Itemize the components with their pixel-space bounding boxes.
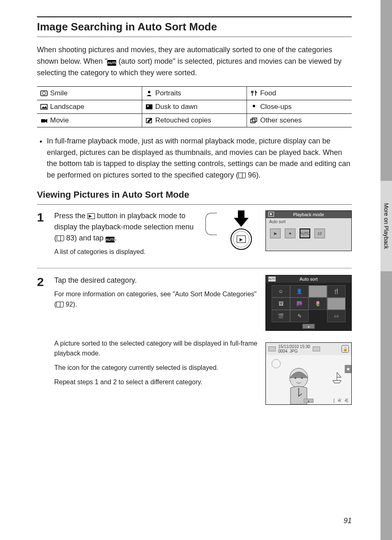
closeups-icon: [250, 104, 258, 110]
svg-rect-4: [146, 104, 152, 109]
auto-sort-icon: AUTO: [107, 60, 116, 66]
mode-autosort-icon[interactable]: AUTO: [300, 228, 310, 238]
step2-title: Tap the desired category.: [54, 275, 258, 286]
category-label: Retouched copies: [155, 116, 211, 124]
boat-illustration: [331, 372, 343, 384]
grid-smile-icon[interactable]: ☺: [272, 285, 290, 298]
rule-under-heading: [37, 37, 352, 37]
screen2-title: Auto sort: [300, 277, 318, 282]
page-ref-number: 83: [66, 234, 74, 242]
grid-other-icon[interactable]: ▭: [327, 310, 346, 322]
landscape-icon: [40, 104, 48, 110]
step-2: 2 Tap the desired category. For more inf…: [37, 275, 352, 405]
screen-subtitle: Auto sort: [266, 218, 351, 225]
grid-landscape-icon[interactable]: 🖼: [272, 298, 290, 310]
photo-counter: [ 4/ 4]: [334, 398, 348, 403]
dusk-icon: [145, 104, 153, 110]
playback-mode-screen: ▶ Playback mode Auto sort ▶ ★ AUTO 12: [265, 210, 352, 251]
step2-desc: For more information on categories, see …: [54, 289, 258, 310]
grid-food-icon[interactable]: 🍴: [327, 285, 346, 298]
step2-p2: The icon for the category currently sele…: [54, 363, 258, 373]
screen-titlebar: ▶ Playback mode: [266, 211, 351, 218]
photo-preview: ★ ▴: [266, 355, 351, 404]
mode-date-icon[interactable]: 12: [314, 228, 325, 238]
page-ref-icon: [57, 235, 64, 241]
photo-filename: 0004. JPG: [278, 349, 310, 353]
category-table: Smile Portraits Food Landscape Dusk to d…: [37, 86, 352, 127]
svg-rect-3: [41, 104, 47, 109]
category-label: Movie: [50, 116, 69, 124]
svg-rect-6: [41, 119, 45, 122]
grid-retouch-icon[interactable]: ✎: [290, 310, 309, 322]
expand-tab-icon[interactable]: ▴: [302, 324, 315, 329]
page-number: 91: [344, 517, 352, 525]
grid-movie-icon[interactable]: 🎬: [272, 310, 290, 322]
page-ref-number: 92: [66, 301, 73, 308]
screen-title: Playback mode: [293, 212, 324, 217]
svg-point-1: [42, 92, 46, 95]
fullframe-playback-screen: 15/11/2010 15:30 0004. JPG 🔒 ★: [265, 342, 352, 405]
category-label: Dusk to dawn: [155, 103, 198, 111]
grid-closeup-icon[interactable]: 🌷: [309, 298, 327, 310]
category-label: Landscape: [50, 103, 84, 111]
mode-icon-row: ▶ ★ AUTO 12: [266, 225, 351, 251]
screen2-titlebar: AUTO Auto sort: [266, 275, 351, 283]
category-label: Food: [260, 89, 276, 97]
food-icon: [250, 90, 258, 97]
favorite-star-icon[interactable]: ★: [345, 365, 351, 373]
bullet-list: In full-frame playback mode, just as wit…: [37, 136, 352, 182]
mode-play-icon[interactable]: ▶: [270, 228, 281, 238]
chapter-tab: More on Playback: [380, 181, 392, 271]
grid-portrait-icon[interactable]: 👤: [290, 285, 309, 298]
other-icon: [250, 117, 258, 124]
page-ref-icon: [56, 302, 64, 307]
svg-point-11: [295, 377, 296, 379]
category-label: Other scenes: [260, 116, 302, 124]
pointer-curve: [205, 213, 217, 235]
step2-p3: Repeat steps 1 and 2 to select a differe…: [54, 377, 258, 388]
step-number: 1: [37, 210, 48, 261]
svg-rect-8: [251, 119, 255, 123]
sun-illustration: [272, 359, 281, 368]
step1-title: Press the button in playback mode to dis…: [54, 210, 198, 244]
portraits-icon: [145, 90, 153, 97]
autosort-grid-screen: AUTO Auto sort ☺ 👤 🍴 🖼 🌆 🌷: [265, 275, 352, 331]
svg-point-5: [147, 105, 149, 107]
manual-page: Image Searching in Auto Sort Mode When s…: [0, 0, 380, 540]
button-press-diagram: ▶: [223, 210, 260, 250]
retouched-icon: [145, 117, 153, 124]
category-label: Close-ups: [260, 103, 292, 111]
svg-point-2: [148, 91, 150, 93]
auto-chip-icon: AUTO: [268, 277, 276, 282]
grid-dusk-icon[interactable]: 🌆: [290, 298, 309, 310]
playback-button-icon: [88, 213, 95, 219]
subsection-heading: Viewing Pictures in Auto Sort Mode: [37, 189, 352, 200]
grid-empty: [309, 310, 327, 322]
step-1: 1 Press the button in playback mode to d…: [37, 210, 352, 261]
mode-favorite-icon[interactable]: ★: [285, 228, 295, 238]
category-grid: ☺ 👤 🍴 🖼 🌆 🌷 🎬 ✎ ▭: [266, 283, 351, 324]
intro-paragraph: When shooting pictures and movies, they …: [37, 44, 352, 79]
smile-icon: [40, 90, 48, 97]
bullet-text-end: ).: [256, 171, 261, 179]
play-icon: ▶: [268, 212, 274, 217]
protect-icon[interactable]: 🔒: [341, 345, 349, 353]
step1-desc: A list of categories is displayed.: [54, 247, 198, 257]
grid-thumb[interactable]: [309, 285, 327, 298]
rule-top: [37, 16, 352, 17]
category-label: Portraits: [155, 89, 181, 97]
section-heading: Image Searching in Auto Sort Mode: [37, 21, 352, 33]
step-number: 2: [37, 275, 48, 405]
grid-thumb[interactable]: [327, 298, 346, 310]
movie-icon: [40, 117, 48, 124]
page-ref-icon: [238, 173, 246, 178]
category-label: Smile: [50, 89, 68, 97]
step2-p1: A picture sorted to the selected categor…: [54, 339, 258, 359]
playback-hardware-button: ▶: [231, 228, 252, 250]
expand-tab-icon[interactable]: ▴: [304, 399, 314, 403]
bullet-item: In full-frame playback mode, just as wit…: [47, 136, 352, 182]
svg-point-12: [301, 377, 303, 379]
page-ref-number: 96: [248, 171, 256, 179]
screen3-infobar: 15/11/2010 15:30 0004. JPG 🔒: [266, 343, 351, 355]
svg-rect-9: [252, 118, 257, 122]
